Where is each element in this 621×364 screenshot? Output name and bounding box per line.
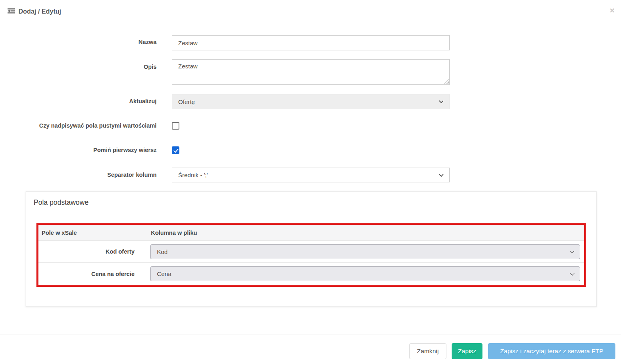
highlight-annotation: Pole w xSale Kolumna w pliku Kod oferty … <box>36 223 586 287</box>
field-label: Kod oferty <box>38 241 146 262</box>
chevron-down-icon <box>570 249 574 253</box>
nazwa-input[interactable] <box>172 35 450 50</box>
panel-title: Pola podstawowe <box>34 198 88 207</box>
table-row: Cena na ofercie Cena <box>38 263 584 285</box>
add-edit-modal: Dodaj / Edytuj × Nazwa Opis Zestaw Aktua… <box>0 0 621 364</box>
modal-title: Dodaj / Edytuj <box>18 8 61 15</box>
aktualizuj-label: Aktualizuj <box>0 98 157 104</box>
save-and-load-ftp-button[interactable]: Zapisz i zaczytaj teraz z serwera FTP <box>488 343 615 359</box>
modal-header: Dodaj / Edytuj × <box>0 0 621 23</box>
nadpisywac-label: Czy nadpisywać pola pustymi wartościami <box>0 122 157 129</box>
separator-select[interactable]: Średnik - ';' <box>172 168 450 182</box>
close-icon[interactable]: × <box>610 6 615 14</box>
mapping-table: Pole w xSale Kolumna w pliku Kod oferty … <box>38 225 584 285</box>
header-kolumna-w-pliku: Kolumna w pliku <box>146 230 584 236</box>
opis-textarea-wrap: Zestaw <box>172 59 450 85</box>
opis-textarea[interactable]: Zestaw <box>172 59 450 85</box>
indent-decrease-icon <box>7 8 15 15</box>
nadpisywac-checkbox[interactable] <box>172 122 179 130</box>
kod-oferty-select[interactable]: Kod <box>150 244 580 259</box>
opis-label: Opis <box>0 64 157 70</box>
save-button[interactable]: Zapisz <box>452 343 482 359</box>
aktualizuj-selected-value: Ofertę <box>178 98 195 105</box>
chevron-down-icon <box>439 172 443 176</box>
field-label: Cena na ofercie <box>38 263 146 285</box>
pola-podstawowe-panel: Pola podstawowe Pole w xSale Kolumna w p… <box>26 191 597 307</box>
chevron-down-icon <box>439 99 443 103</box>
pomin-label: Pomiń pierwszy wiersz <box>0 147 157 153</box>
separator-label: Separator kolumn <box>0 172 157 178</box>
kod-oferty-selected-value: Kod <box>157 248 168 255</box>
table-row: Kod oferty Kod <box>38 241 584 263</box>
aktualizuj-select[interactable]: Ofertę <box>172 94 450 109</box>
nazwa-label: Nazwa <box>0 39 157 45</box>
footer-divider <box>0 334 621 334</box>
table-header-row: Pole w xSale Kolumna w pliku <box>38 225 584 241</box>
separator-selected-value: Średnik - ';' <box>178 172 208 178</box>
pomin-checkbox[interactable] <box>172 146 179 154</box>
cena-na-ofercie-select[interactable]: Cena <box>150 266 580 281</box>
header-pole-w-xsale: Pole w xSale <box>38 230 146 236</box>
cena-na-ofercie-selected-value: Cena <box>157 270 171 277</box>
chevron-down-icon <box>570 271 574 275</box>
close-button[interactable]: Zamknij <box>409 343 446 359</box>
